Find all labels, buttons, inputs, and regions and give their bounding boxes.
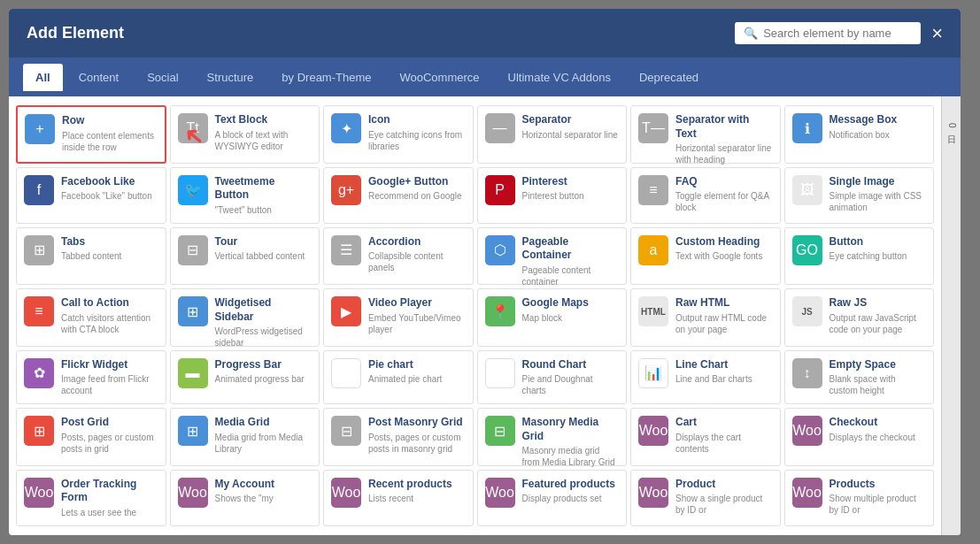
element-desc: Vertical tabbed content <box>215 250 313 262</box>
element-card[interactable]: 📊Line ChartLine and Bar charts <box>630 350 781 405</box>
element-card[interactable]: ↕Empty SpaceBlank space with custom heig… <box>784 350 935 405</box>
tabs-bar: All Content Social Structure by Dream-Th… <box>9 57 961 96</box>
element-card[interactable]: ⊟TourVertical tabbed content <box>170 227 320 286</box>
element-desc: Media grid from Media Library <box>215 432 313 455</box>
element-info: Pie chartAnimated pie chart <box>368 358 466 386</box>
element-icon: 📍 <box>485 296 515 326</box>
tab-woocommerce[interactable]: WooCommerce <box>387 64 491 91</box>
tab-vc-addons[interactable]: Ultimate VC Addons <box>496 64 623 91</box>
element-card[interactable]: 🖼Single ImageSimple image with CSS anima… <box>784 167 935 224</box>
element-card[interactable]: ≡FAQToggle element for Q&A block <box>630 167 781 224</box>
element-icon: ✿ <box>24 358 54 388</box>
element-desc: Lists recent <box>368 493 466 504</box>
element-card[interactable]: g+Google+ ButtonRecommend on Google <box>323 167 474 224</box>
element-card[interactable]: WooOrder Tracking FormLets a user see th… <box>16 470 166 526</box>
element-icon: ◑ <box>331 358 361 388</box>
element-card[interactable]: WooProductShow a single product by ID or <box>630 470 781 526</box>
element-card[interactable]: fFacebook LikeFacebook "Like" button <box>16 167 166 224</box>
element-name: Product <box>675 478 773 492</box>
element-name: Separator <box>522 113 620 127</box>
element-icon: P <box>485 175 515 205</box>
element-card[interactable]: +RowPlace content elements inside the ro… <box>16 105 166 164</box>
element-icon: T— <box>638 113 668 143</box>
tab-structure[interactable]: Structure <box>195 64 266 91</box>
element-info: Media GridMedia grid from Media Library <box>215 416 313 455</box>
element-name: Tabs <box>61 235 158 249</box>
element-desc: Posts, pages or custom posts in masonry … <box>368 432 466 455</box>
element-name: Round Chart <box>522 358 620 372</box>
side-text: 0日 <box>945 123 958 128</box>
element-name: Tweetmeme Button <box>215 175 313 203</box>
element-name: Message Box <box>830 113 927 127</box>
element-card[interactable]: 🐦Tweetmeme Button"Tweet" button <box>170 167 320 224</box>
element-icon: ☰ <box>331 235 361 265</box>
element-icon: Woo <box>792 416 822 446</box>
element-card[interactable]: ⊞Media GridMedia grid from Media Library <box>170 408 320 466</box>
element-icon: ⊞ <box>178 416 208 446</box>
element-card[interactable]: ≡Call to ActionCatch visitors attention … <box>16 288 166 347</box>
element-card[interactable]: ◑Pie chartAnimated pie chart <box>323 350 474 405</box>
element-card[interactable]: WooProductsShow multiple product by ID o… <box>784 470 935 526</box>
element-card[interactable]: ⊟Masonry Media GridMasonry media grid fr… <box>477 408 628 466</box>
element-icon: 🖼 <box>792 175 822 205</box>
element-card[interactable]: WooMy AccountShows the "my <box>170 470 320 526</box>
element-name: Separator with Text <box>675 113 773 141</box>
element-card[interactable]: 📍Google MapsMap block <box>477 288 628 347</box>
element-card[interactable]: ℹMessage BoxNotification box <box>784 105 935 164</box>
element-info: Google MapsMap block <box>522 296 620 324</box>
element-card[interactable]: ✦IconEye catching icons from libraries <box>323 105 474 164</box>
element-desc: Tabbed content <box>61 250 158 262</box>
element-card[interactable]: T—Separator with TextHorizontal separato… <box>630 105 781 164</box>
element-icon: ≡ <box>638 175 668 205</box>
element-desc: Shows the "my <box>215 493 313 504</box>
element-card[interactable]: ✿Flickr WidgetImage feed from Flickr acc… <box>16 350 166 405</box>
element-card[interactable]: ⊞Widgetised SidebarWordPress widgetised … <box>170 288 320 347</box>
element-name: Button <box>830 235 927 249</box>
tab-dream-theme[interactable]: by Dream-Theme <box>269 64 383 91</box>
element-card[interactable]: ⊞TabsTabbed content <box>16 227 166 286</box>
element-card[interactable]: ⊟Post Masonry GridPosts, pages or custom… <box>323 408 474 466</box>
element-card[interactable]: GOButtonEye catching button <box>784 227 935 286</box>
element-icon: ⊟ <box>178 235 208 265</box>
element-desc: Text with Google fonts <box>675 250 773 262</box>
close-button[interactable]: × <box>931 24 943 43</box>
element-icon: g+ <box>331 175 361 205</box>
tab-content[interactable]: Content <box>66 64 132 91</box>
element-card[interactable]: ⊞Post GridPosts, pages or custom posts i… <box>16 408 166 466</box>
element-card[interactable]: TtText BlockA block of text with WYSIWYG… <box>170 105 320 164</box>
element-card[interactable]: ◎Round ChartPie and Doughnat charts <box>477 350 628 405</box>
element-name: Recent products <box>368 478 466 492</box>
element-desc: Eye catching icons from libraries <box>368 129 466 152</box>
search-input[interactable] <box>763 27 912 40</box>
element-card[interactable]: ⬡Pageable ContainerPageable content cont… <box>477 227 628 286</box>
element-icon: ≡ <box>24 296 54 326</box>
element-name: Call to Action <box>61 296 158 310</box>
element-card[interactable]: ▶Video PlayerEmbed YouTube/Vimeo player <box>323 288 474 347</box>
element-desc: Place content elements inside the row <box>62 130 158 153</box>
element-icon: Woo <box>178 478 208 508</box>
header-right: 🔍 × <box>735 22 943 44</box>
element-name: Flickr Widget <box>61 358 158 372</box>
element-card[interactable]: PPinterestPinterest button <box>477 167 628 224</box>
element-card[interactable]: JSRaw JSOutput raw JavaScript code on yo… <box>784 288 935 347</box>
tab-social[interactable]: Social <box>135 64 190 91</box>
tab-deprecated[interactable]: Deprecated <box>627 64 711 91</box>
element-icon: ✦ <box>331 113 361 143</box>
element-card[interactable]: ☰AccordionCollapsible content panels <box>323 227 474 286</box>
element-card[interactable]: ▬Progress BarAnimated progress bar <box>170 350 320 405</box>
element-info: Widgetised SidebarWordPress widgetised s… <box>215 296 313 349</box>
element-name: Google+ Button <box>368 175 466 189</box>
element-card[interactable]: WooFeatured productsDisplay products set <box>477 470 628 526</box>
element-icon: Woo <box>638 478 668 508</box>
element-card[interactable]: WooCheckoutDisplays the checkout <box>784 408 935 466</box>
element-card[interactable]: WooCartDisplays the cart contents <box>630 408 781 466</box>
element-icon: ↕ <box>792 358 822 388</box>
element-card[interactable]: —SeparatorHorizontal separator line <box>477 105 628 164</box>
element-name: Facebook Like <box>61 175 158 189</box>
element-icon: 📊 <box>638 358 668 388</box>
tab-all[interactable]: All <box>23 64 63 91</box>
element-icon: Woo <box>331 478 361 508</box>
element-card[interactable]: WooRecent productsLists recent <box>323 470 474 526</box>
element-card[interactable]: HTMLRaw HTMLOutput raw HTML code on your… <box>630 288 781 347</box>
element-card[interactable]: aCustom HeadingText with Google fonts <box>630 227 781 286</box>
